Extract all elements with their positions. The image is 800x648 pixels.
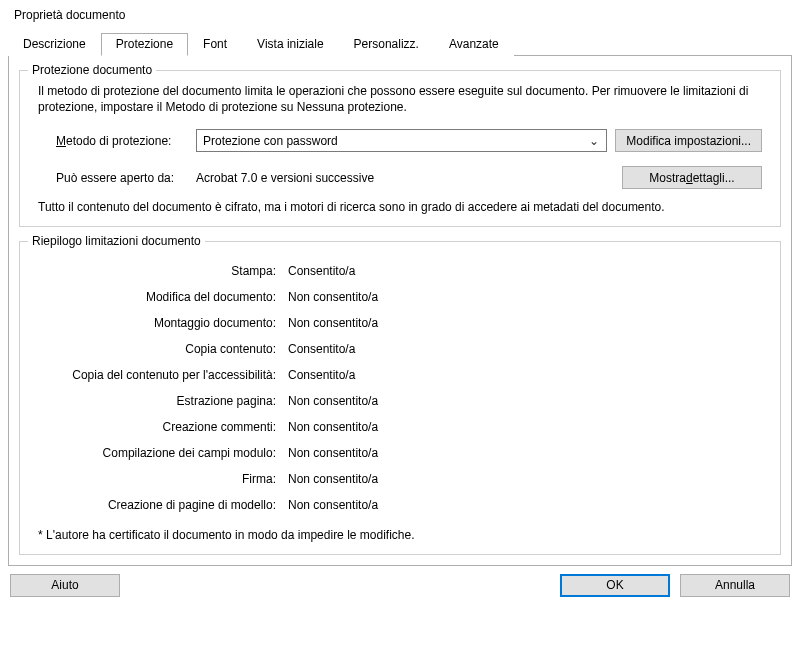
openable-by-label: Può essere aperto da: — [38, 171, 188, 185]
tab-font[interactable]: Font — [188, 33, 242, 56]
limit-label: Compilazione dei campi modulo: — [32, 446, 284, 460]
window-title: Proprietà documento — [8, 0, 792, 32]
show-details-button[interactable]: Mostra dettagli... — [622, 166, 762, 189]
openable-by-value: Acrobat 7.0 e versioni successive — [196, 171, 614, 185]
limit-row: Compilazione dei campi modulo:Non consen… — [32, 440, 768, 466]
limits-list: Stampa:Consentito/aModifica del document… — [32, 254, 768, 518]
tab-descrizione[interactable]: Descrizione — [8, 33, 101, 56]
limit-label: Estrazione pagina: — [32, 394, 284, 408]
limit-row: Estrazione pagina:Non consentito/a — [32, 388, 768, 414]
limit-label: Copia contenuto: — [32, 342, 284, 356]
ok-button[interactable]: OK — [560, 574, 670, 597]
dialog-footer: Aiuto OK Annulla — [8, 566, 792, 599]
certification-note: * L'autore ha certificato il documento i… — [32, 518, 768, 544]
tab-personalizz[interactable]: Personalizz. — [339, 33, 434, 56]
limit-row: Stampa:Consentito/a — [32, 258, 768, 284]
limit-value: Non consentito/a — [284, 472, 378, 486]
cancel-button[interactable]: Annulla — [680, 574, 790, 597]
encryption-note: Tutto il contenuto del documento è cifra… — [32, 191, 768, 215]
modify-settings-button[interactable]: Modifica impostazioni... — [615, 129, 762, 152]
tab-strip: Descrizione Protezione Font Vista inizia… — [8, 32, 792, 55]
limit-row: Copia contenuto:Consentito/a — [32, 336, 768, 362]
tab-protezione[interactable]: Protezione — [101, 33, 188, 56]
group-protezione-documento: Protezione documento Il metodo di protez… — [19, 70, 781, 227]
tab-content: Protezione documento Il metodo di protez… — [8, 55, 792, 566]
limit-value: Non consentito/a — [284, 290, 378, 304]
group-limitazioni: Riepilogo limitazioni documento Stampa:C… — [19, 241, 781, 555]
limit-value: Non consentito/a — [284, 446, 378, 460]
limit-value: Non consentito/a — [284, 420, 378, 434]
limit-label: Firma: — [32, 472, 284, 486]
limit-row: Creazione commenti:Non consentito/a — [32, 414, 768, 440]
limit-row: Copia del contenuto per l'accessibilità:… — [32, 362, 768, 388]
chevron-down-icon: ⌄ — [586, 134, 602, 148]
limit-label: Montaggio documento: — [32, 316, 284, 330]
limit-label: Copia del contenuto per l'accessibilità: — [32, 368, 284, 382]
limit-value: Non consentito/a — [284, 498, 378, 512]
limit-row: Creazione di pagine di modello:Non conse… — [32, 492, 768, 518]
limit-label: Modifica del documento: — [32, 290, 284, 304]
tab-avanzate[interactable]: Avanzate — [434, 33, 514, 56]
limit-label: Stampa: — [32, 264, 284, 278]
limit-value: Non consentito/a — [284, 394, 378, 408]
limit-row: Firma:Non consentito/a — [32, 466, 768, 492]
limit-label: Creazione di pagine di modello: — [32, 498, 284, 512]
group-legend-limitazioni: Riepilogo limitazioni documento — [28, 234, 205, 248]
group-legend-protezione: Protezione documento — [28, 63, 156, 77]
limit-row: Montaggio documento:Non consentito/a — [32, 310, 768, 336]
limit-value: Consentito/a — [284, 368, 355, 382]
limit-label: Creazione commenti: — [32, 420, 284, 434]
method-select[interactable]: Protezione con password ⌄ — [196, 129, 607, 152]
protection-description: Il metodo di protezione del documento li… — [32, 83, 768, 127]
tab-vista-iniziale[interactable]: Vista iniziale — [242, 33, 338, 56]
limit-value: Consentito/a — [284, 342, 355, 356]
limit-value: Non consentito/a — [284, 316, 378, 330]
limit-value: Consentito/a — [284, 264, 355, 278]
method-label: Metodo di protezione: — [38, 134, 188, 148]
method-select-value: Protezione con password — [203, 134, 338, 148]
limit-row: Modifica del documento:Non consentito/a — [32, 284, 768, 310]
help-button[interactable]: Aiuto — [10, 574, 120, 597]
